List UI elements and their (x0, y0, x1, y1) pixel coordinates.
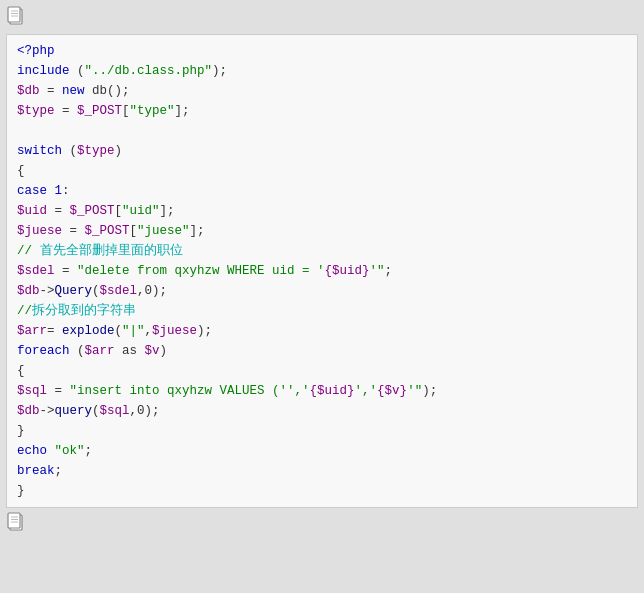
svg-rect-1 (8, 7, 20, 22)
code-line-5 (17, 121, 627, 141)
code-line-9: $uid = $_POST["uid"]; (17, 201, 627, 221)
code-line-2: include ("../db.class.php"); (17, 61, 627, 81)
code-line-20: } (17, 421, 627, 441)
toolbar-top (6, 6, 638, 32)
svg-rect-6 (8, 513, 20, 528)
copy-icon-bottom[interactable] (6, 512, 26, 538)
code-line-18: $sql = "insert into qxyhzw VALUES ('','{… (17, 381, 627, 401)
code-line-21: echo "ok"; (17, 441, 627, 461)
code-line-4: $type = $_POST["type"]; (17, 101, 627, 121)
outer-wrapper: <?php include ("../db.class.php"); $db =… (0, 0, 644, 593)
code-line-14: //拆分取到的字符串 (17, 301, 627, 321)
code-line-3: $db = new db(); (17, 81, 627, 101)
code-line-7: { (17, 161, 627, 181)
code-line-13: $db->Query($sdel,0); (17, 281, 627, 301)
code-line-23: } (17, 481, 627, 501)
code-line-1: <?php (17, 41, 627, 61)
code-line-19: $db->query($sql,0); (17, 401, 627, 421)
code-line-10: $juese = $_POST["juese"]; (17, 221, 627, 241)
code-line-6: switch ($type) (17, 141, 627, 161)
code-line-16: foreach ($arr as $v) (17, 341, 627, 361)
code-line-12: $sdel = "delete from qxyhzw WHERE uid = … (17, 261, 627, 281)
code-line-11: // 首先全部删掉里面的职位 (17, 241, 627, 261)
toolbar-bottom (6, 512, 638, 538)
code-line-17: { (17, 361, 627, 381)
code-container: <?php include ("../db.class.php"); $db =… (6, 34, 638, 508)
code-line-22: break; (17, 461, 627, 481)
code-line-15: $arr= explode("|",$juese); (17, 321, 627, 341)
copy-icon-top[interactable] (6, 6, 26, 32)
code-line-8: case 1: (17, 181, 627, 201)
